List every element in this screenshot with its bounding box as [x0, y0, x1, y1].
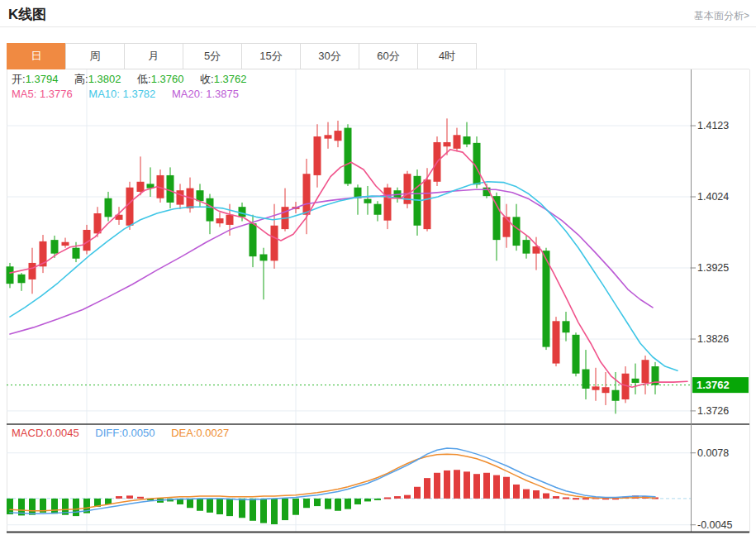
- candle-body: [126, 188, 134, 226]
- candle-body: [7, 266, 14, 284]
- macd-bar: [424, 478, 430, 499]
- candle-body: [454, 135, 461, 149]
- macd-bar: [533, 490, 540, 499]
- candle-body: [325, 135, 332, 138]
- kline-chart[interactable]: 1.41231.40241.39251.38261.37260.0078-0.0…: [0, 69, 756, 535]
- last-price-badge-label: 1.3762: [697, 379, 730, 391]
- candle-body: [374, 204, 382, 215]
- candle-body: [553, 321, 560, 363]
- price-tick-label: 1.3925: [697, 262, 729, 274]
- candle-body: [503, 217, 511, 236]
- macd-bar: [250, 499, 256, 521]
- tab-4hour[interactable]: 4时: [417, 43, 477, 69]
- macd-bar: [444, 471, 450, 499]
- macd-bar: [271, 499, 278, 524]
- macd-bar: [116, 496, 122, 499]
- macd-bar: [51, 499, 58, 514]
- candle-body: [592, 386, 600, 389]
- macd-value: MACD:0.0045: [12, 427, 79, 439]
- macd-bar: [137, 497, 144, 499]
- candle-body: [226, 215, 234, 225]
- macd-bar: [523, 490, 530, 499]
- tab-day[interactable]: 日: [7, 43, 66, 69]
- candle-body: [523, 240, 530, 254]
- candle-body: [632, 379, 640, 383]
- candle-body: [602, 387, 610, 393]
- macd-bar: [543, 494, 549, 499]
- macd-bar: [282, 499, 288, 520]
- macd-bar: [493, 475, 500, 499]
- macd-tick-label: -0.0045: [697, 519, 732, 531]
- tab-week[interactable]: 周: [65, 43, 125, 69]
- macd-bar: [335, 499, 341, 511]
- tab-60min[interactable]: 60分: [359, 43, 418, 69]
- price-tick-label: 1.4024: [697, 191, 729, 203]
- macd-bar: [464, 471, 470, 499]
- ma-legend: MA5: 1.3776 MA10: 1.3782 MA20: 1.3875: [12, 88, 252, 101]
- candle-body: [314, 136, 321, 175]
- price-tick-label: 1.3726: [697, 405, 729, 417]
- macd-bar: [384, 497, 391, 499]
- candle-body: [260, 255, 268, 261]
- tab-30min[interactable]: 30分: [300, 43, 359, 69]
- macd-bar: [354, 499, 361, 504]
- candle-body: [424, 179, 431, 229]
- tab-month[interactable]: 月: [124, 43, 183, 69]
- macd-bar: [239, 499, 245, 518]
- macd-bar: [226, 499, 233, 516]
- candle-body: [444, 142, 451, 146]
- macd-bar: [454, 470, 460, 499]
- macd-bar: [303, 499, 310, 508]
- macd-bar: [216, 499, 223, 514]
- interval-tabbar: 日 周 月 5分 15分 30分 60分 4时: [7, 43, 749, 69]
- macd-bar: [394, 496, 401, 499]
- macd-bar: [260, 499, 267, 523]
- high-value: 高:1.3802: [74, 73, 121, 85]
- macd-bar: [197, 499, 203, 511]
- tab-5min[interactable]: 5分: [183, 43, 242, 69]
- open-value: 开:1.3794: [12, 73, 58, 85]
- candle-body: [216, 218, 224, 223]
- macd-tick-label: 0.0078: [697, 447, 729, 459]
- macd-bar: [126, 495, 133, 499]
- macd-bar: [345, 499, 351, 509]
- tab-15min[interactable]: 15分: [241, 43, 301, 69]
- candle-body: [137, 182, 145, 192]
- candle-body: [73, 248, 80, 259]
- diff-value: DIFF:0.0050: [95, 427, 155, 439]
- candle-body: [563, 321, 570, 332]
- page-title: K线图: [8, 5, 46, 24]
- candle-body: [335, 131, 342, 141]
- candle-body: [94, 213, 102, 233]
- candle-body: [464, 136, 471, 145]
- candle-body: [51, 240, 59, 254]
- candle-body: [642, 360, 649, 383]
- macd-bar: [364, 499, 371, 502]
- macd-bar: [314, 499, 321, 506]
- candle-body: [197, 190, 204, 201]
- candle-body: [493, 196, 501, 240]
- tabbar-filler: [477, 43, 749, 69]
- macd-bar: [563, 497, 569, 499]
- ohlc-legend: 开:1.3794 高:1.3802 低:1.3760 收:1.3762: [12, 73, 259, 86]
- header-divider: [0, 26, 756, 27]
- candle-body: [177, 190, 184, 204]
- macd-bar: [29, 499, 36, 515]
- fundamental-analysis-link[interactable]: 基本面分析>: [694, 9, 749, 23]
- macd-bar: [414, 487, 421, 499]
- macd-bar: [473, 474, 480, 499]
- candle-body: [513, 217, 521, 246]
- ma10-value: MA10: 1.3782: [88, 88, 155, 100]
- candle-body: [250, 223, 257, 256]
- candle-body: [271, 226, 278, 261]
- candle-body: [303, 174, 311, 215]
- macd-legend: MACD:0.0045 DIFF:0.0050 DEA:0.0027: [12, 427, 242, 440]
- candle-body: [105, 198, 112, 217]
- ma5-value: MA5: 1.3776: [12, 88, 73, 100]
- close-value: 收:1.3762: [200, 73, 246, 85]
- ma20-value: MA20: 1.3875: [172, 88, 239, 100]
- candle-body: [612, 390, 620, 401]
- price-tick-label: 1.3826: [697, 333, 729, 345]
- dea-value: DEA:0.0027: [171, 427, 229, 439]
- candle-body: [384, 188, 392, 221]
